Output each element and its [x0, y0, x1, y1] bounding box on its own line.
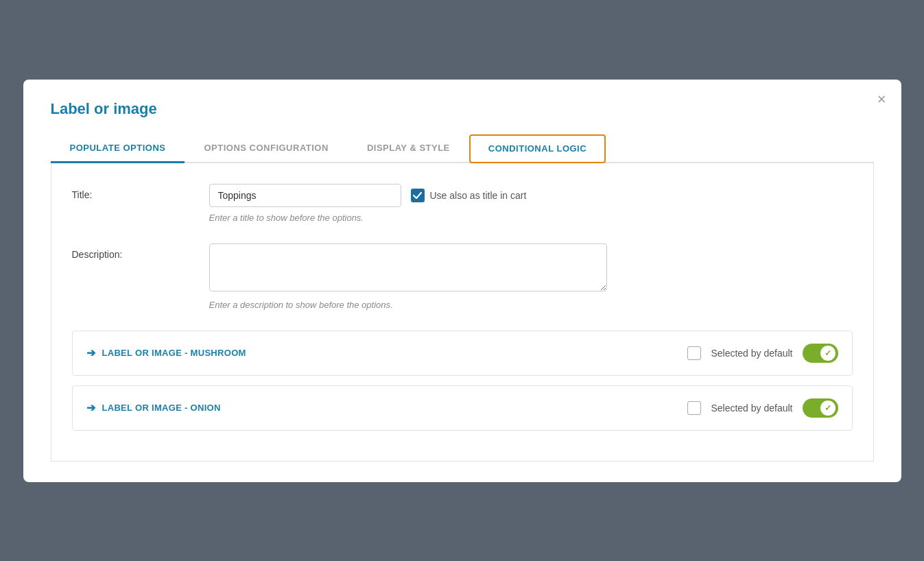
toggle-check-icon-mushroom: ✓	[825, 348, 831, 358]
title-label: Title:	[72, 184, 209, 200]
selected-default-label-onion: Selected by default	[711, 403, 792, 414]
option-label-onion: LABEL OR IMAGE - Onion	[102, 403, 221, 413]
title-input[interactable]	[209, 184, 401, 207]
title-input-row: Use also as title in cart	[209, 184, 853, 207]
toggle-check-icon-onion: ✓	[825, 403, 831, 413]
modal-title: Label or image	[51, 100, 874, 118]
modal-container: × Label or image POPULATE OPTIONS OPTION…	[23, 80, 901, 482]
title-hint: Enter a title to show before the options…	[209, 213, 853, 223]
chevron-down-icon-onion[interactable]: ➔	[86, 401, 95, 414]
option-header-onion: ➔ LABEL OR IMAGE - Onion Selected by def…	[73, 386, 852, 430]
toggle-mushroom[interactable]: ✓	[803, 344, 838, 363]
description-hint: Enter a description to show before the o…	[209, 300, 853, 310]
option-title-left-mushroom: ➔ LABEL OR IMAGE - Mushroom	[86, 346, 246, 359]
tab-display-style[interactable]: DISPLAY & STYLE	[348, 134, 469, 163]
tab-populate-options[interactable]: POPULATE OPTIONS	[51, 134, 185, 163]
modal-overlay: × Label or image POPULATE OPTIONS OPTION…	[0, 0, 924, 561]
selected-default-checkbox-mushroom[interactable]	[687, 346, 701, 360]
title-form-row: Title: Use also as title in cart	[72, 184, 853, 223]
selected-default-label-mushroom: Selected by default	[711, 348, 792, 359]
selected-default-checkbox-onion[interactable]	[687, 401, 701, 415]
option-block-mushroom: ➔ LABEL OR IMAGE - Mushroom Selected by …	[72, 331, 853, 376]
description-textarea[interactable]	[209, 243, 607, 291]
chevron-down-icon-mushroom[interactable]: ➔	[86, 346, 95, 359]
tab-content-area: Title: Use also as title in cart	[51, 163, 874, 462]
use-as-cart-checkbox[interactable]	[411, 189, 425, 202]
toggle-onion[interactable]: ✓	[803, 398, 838, 418]
use-as-cart-checkbox-row: Use also as title in cart	[411, 189, 527, 202]
option-header-mushroom: ➔ LABEL OR IMAGE - Mushroom Selected by …	[73, 331, 852, 375]
use-as-cart-label: Use also as title in cart	[430, 190, 527, 201]
option-label-mushroom: LABEL OR IMAGE - Mushroom	[102, 348, 246, 358]
option-block-onion: ➔ LABEL OR IMAGE - Onion Selected by def…	[72, 385, 853, 431]
toggle-knob-onion: ✓	[820, 401, 836, 416]
tab-options-configuration[interactable]: OPTIONS CONFIGURATION	[185, 134, 347, 163]
option-right-mushroom: Selected by default ✓	[687, 344, 838, 363]
description-label: Description:	[72, 243, 209, 260]
option-right-onion: Selected by default ✓	[687, 398, 838, 418]
tabs-bar: POPULATE OPTIONS OPTIONS CONFIGURATION D…	[51, 134, 874, 163]
title-field-area: Use also as title in cart Enter a title …	[209, 184, 853, 223]
option-title-left-onion: ➔ LABEL OR IMAGE - Onion	[86, 401, 221, 414]
description-form-row: Description: Enter a description to show…	[72, 243, 853, 310]
description-field-area: Enter a description to show before the o…	[209, 243, 853, 310]
toggle-knob-mushroom: ✓	[820, 346, 836, 361]
tab-conditional-logic[interactable]: CONDITIONAL LOGIC	[469, 134, 606, 163]
close-button[interactable]: ×	[877, 92, 886, 107]
